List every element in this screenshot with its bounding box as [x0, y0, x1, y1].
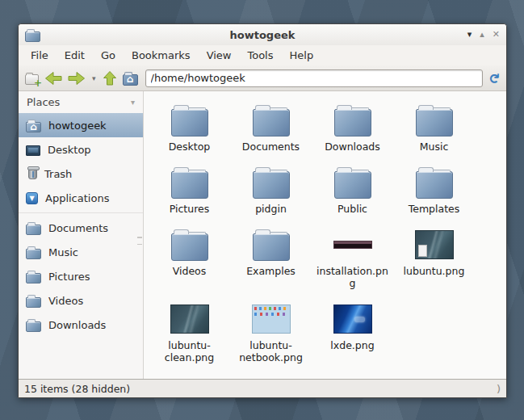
shade-button[interactable]: ▾ [467, 28, 472, 41]
folder-icon [334, 171, 371, 199]
maximize-button[interactable]: ▴ [480, 28, 484, 41]
folder-icon [26, 321, 41, 332]
file-item[interactable]: Pictures [149, 160, 230, 222]
folder-icon [171, 109, 208, 136]
file-name-label: installation.png [315, 265, 391, 289]
folder-icon [334, 109, 371, 136]
status-text: 15 items (28 hidden) [24, 383, 130, 395]
menu-view[interactable]: View [199, 47, 239, 64]
places-header-label: Places [27, 96, 60, 108]
file-name-label: pidgin [255, 203, 287, 215]
forward-arrow-icon [68, 71, 86, 86]
file-item[interactable]: Desktop [149, 98, 230, 160]
file-icon-box [253, 162, 290, 203]
sidebar-item-label: Desktop [48, 144, 91, 156]
file-icon-box [334, 162, 371, 203]
menu-tools[interactable]: Tools [240, 47, 280, 64]
file-item[interactable]: Templates [393, 160, 475, 222]
file-manager-window: howtogeek ▾ ▴ ✕ FileEditGoBookmarksViewT… [18, 23, 507, 398]
folder-icon [26, 249, 41, 259]
pane-splitter-grip[interactable] [137, 237, 142, 245]
folder-icon [416, 109, 453, 136]
file-icon-box [170, 299, 209, 339]
file-name-label: Pictures [170, 203, 210, 215]
file-item[interactable]: Downloads [312, 98, 393, 160]
history-dropdown-icon[interactable]: ▾ [91, 69, 97, 88]
file-item[interactable]: Examples [230, 222, 312, 296]
file-item[interactable]: lxde.png [312, 296, 393, 371]
places-sidebar: Places ▾ howtogeekDesktopTrashApplicatio… [19, 91, 144, 379]
file-name-label: Music [420, 141, 449, 153]
up-button[interactable] [103, 69, 117, 88]
sidebar-item-pictures[interactable]: Pictures [19, 264, 143, 288]
folder-icon [253, 109, 290, 136]
applications-icon [26, 192, 38, 204]
new-window-button[interactable] [25, 69, 39, 88]
back-button[interactable] [44, 69, 62, 88]
sidebar-item-documents[interactable]: Documents [19, 216, 143, 240]
folder-icon [416, 171, 453, 199]
menu-file[interactable]: File [23, 47, 56, 64]
file-name-label: Examples [246, 265, 296, 277]
file-item[interactable]: installation.png [312, 222, 393, 296]
status-bar: 15 items (28 hidden) ) [19, 379, 506, 397]
file-icon-box [334, 100, 371, 141]
file-item[interactable]: pidgin [230, 160, 312, 222]
close-button[interactable]: ✕ [493, 28, 500, 41]
sidebar-item-desktop[interactable]: Desktop [19, 137, 143, 162]
places-dropdown-icon[interactable]: ▾ [131, 98, 135, 107]
folder-icon [171, 233, 208, 261]
sidebar-item-label: howtogeek [48, 120, 107, 132]
sidebar-item-downloads[interactable]: Downloads [19, 313, 143, 337]
folder-icon [26, 297, 41, 308]
menu-edit[interactable]: Edit [57, 47, 92, 64]
resize-grip[interactable]: ) [497, 383, 501, 395]
refresh-button[interactable]: ↻ [488, 69, 500, 88]
sidebar-item-music[interactable]: Music [19, 240, 143, 264]
folder-icon [171, 171, 208, 199]
sidebar-item-videos[interactable]: Videos [19, 288, 143, 313]
file-item[interactable]: Videos [149, 222, 230, 296]
image-thumbnail [252, 304, 291, 334]
file-name-label: lubuntu.png [404, 265, 465, 277]
window-title: howtogeek [19, 29, 506, 41]
file-item[interactable]: lubuntu-netbook.png [230, 296, 312, 371]
file-item[interactable]: lubuntu.png [393, 222, 475, 296]
forward-button[interactable] [68, 69, 86, 88]
sidebar-item-label: Applications [45, 192, 109, 204]
sidebar-item-label: Videos [48, 295, 83, 307]
home-button[interactable] [123, 69, 138, 88]
sidebar-item-label: Documents [48, 222, 108, 234]
up-arrow-icon [103, 70, 117, 86]
file-icon-box [416, 162, 453, 203]
files-pane[interactable]: DesktopDocumentsDownloadsMusicPicturespi… [144, 91, 506, 379]
file-icon-box [171, 162, 208, 203]
toolbar: ▾ ↻ [19, 65, 506, 91]
sidebar-item-howtogeek[interactable]: howtogeek [19, 113, 143, 137]
file-item[interactable]: Music [393, 98, 475, 160]
address-input[interactable] [145, 69, 483, 87]
file-icon-box [171, 100, 208, 141]
sidebar-item-label: Trash [44, 168, 72, 180]
places-header[interactable]: Places ▾ [19, 91, 143, 113]
new-window-icon [25, 74, 39, 85]
menu-go[interactable]: Go [94, 47, 123, 64]
desktop-icon [26, 145, 40, 156]
sidebar-item-label: Pictures [48, 271, 90, 283]
menu-help[interactable]: Help [283, 47, 321, 64]
image-thumbnail [415, 230, 454, 259]
folder-icon [26, 225, 41, 235]
trash-icon [28, 168, 37, 179]
image-thumbnail [333, 304, 372, 334]
folder-icon [253, 233, 290, 261]
file-item[interactable]: Public [312, 160, 393, 222]
file-item[interactable]: Documents [230, 98, 312, 160]
menu-bookmarks[interactable]: Bookmarks [124, 47, 198, 64]
sidebar-item-trash[interactable]: Trash [19, 162, 143, 186]
file-icon-box [171, 225, 208, 265]
file-item[interactable]: lubuntu-clean.png [149, 296, 230, 371]
title-bar[interactable]: howtogeek ▾ ▴ ✕ [19, 24, 506, 45]
sidebar-item-applications[interactable]: Applications [19, 186, 143, 210]
sidebar-item-label: Downloads [48, 319, 106, 331]
image-thumbnail [170, 304, 209, 334]
